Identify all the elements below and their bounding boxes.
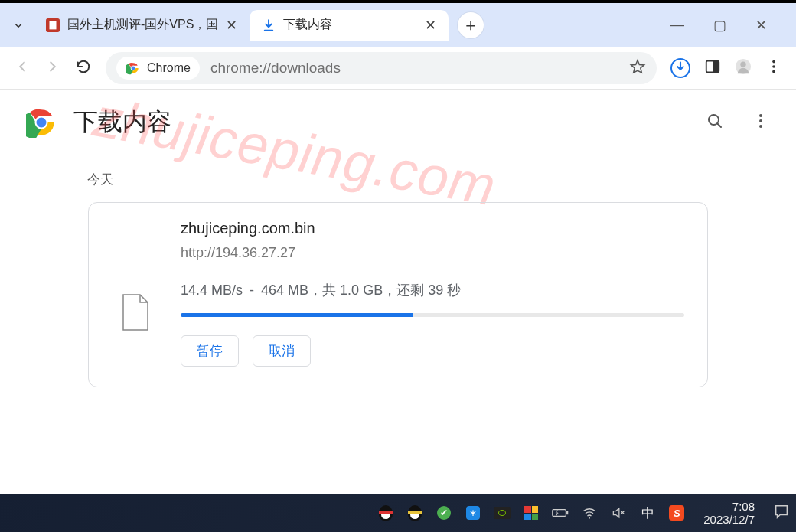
clock-time: 7:08 <box>703 500 755 513</box>
security-check-icon[interactable]: ✔ <box>436 504 452 521</box>
close-icon[interactable]: ✕ <box>425 18 436 32</box>
svg-point-17 <box>759 119 762 122</box>
svg-rect-19 <box>553 510 566 517</box>
tab-inactive[interactable]: 国外主机测评-国外VPS，国 ✕ <box>34 10 250 41</box>
download-arrow-icon <box>262 18 276 32</box>
address-bar[interactable]: Chrome chrome://downloads <box>106 52 657 84</box>
minimize-icon[interactable]: — <box>670 17 684 34</box>
svg-rect-20 <box>566 511 568 514</box>
svg-point-9 <box>772 60 775 63</box>
browser-tabstrip: 国外主机测评-国外VPS，国 ✕ 下载内容 ✕ ＋ — ▢ ✕ <box>0 3 796 47</box>
window-close-icon[interactable]: ✕ <box>755 17 767 34</box>
window-controls: — ▢ ✕ <box>670 17 788 34</box>
section-today-label: 今天 <box>87 171 796 188</box>
battery-icon[interactable] <box>552 504 569 521</box>
svg-point-11 <box>772 70 775 73</box>
downloads-toolbar-icon[interactable] <box>670 58 690 78</box>
svg-point-21 <box>589 517 590 519</box>
file-icon <box>112 258 159 367</box>
maximize-icon[interactable]: ▢ <box>713 17 726 34</box>
sogou-ime-icon[interactable]: S <box>668 504 685 521</box>
svg-rect-6 <box>713 60 719 72</box>
forward-button[interactable] <box>44 58 61 78</box>
download-source-url[interactable]: http://194.36.27.27 <box>181 245 684 261</box>
tab-favicon-red-icon <box>46 18 60 32</box>
svg-point-18 <box>759 125 762 128</box>
tab-title: 国外主机测评-国外VPS，国 <box>67 17 218 33</box>
clock-date: 2023/12/7 <box>703 513 755 526</box>
tab-active-downloads[interactable]: 下载内容 ✕ <box>250 10 449 41</box>
bluetooth-icon[interactable]: ∗ <box>465 504 481 521</box>
download-progress-bar <box>181 313 684 317</box>
address-url: chrome://downloads <box>210 60 341 77</box>
svg-rect-1 <box>50 21 57 29</box>
qq-penguin-red-icon[interactable] <box>377 504 394 521</box>
new-tab-button[interactable]: ＋ <box>458 12 484 38</box>
tab-title: 下载内容 <box>283 17 417 33</box>
svg-point-10 <box>772 65 775 68</box>
volume-mute-icon[interactable] <box>610 504 627 521</box>
page-header: 下载内容 <box>0 90 796 155</box>
download-item: zhujiceping.com.bin http://194.36.27.27 … <box>88 202 708 387</box>
download-progress-fill <box>181 313 413 317</box>
notifications-icon[interactable] <box>773 503 790 523</box>
wifi-icon[interactable] <box>581 504 598 521</box>
qq-penguin-yellow-icon[interactable] <box>406 504 423 521</box>
back-button[interactable] <box>14 58 31 78</box>
kebab-menu-icon[interactable] <box>765 58 782 78</box>
site-chip-label: Chrome <box>147 61 191 75</box>
cancel-button[interactable]: 取消 <box>253 335 311 367</box>
download-filename: zhujiceping.com.bin <box>181 220 684 237</box>
svg-point-8 <box>740 61 745 67</box>
close-icon[interactable]: ✕ <box>226 18 237 32</box>
color-pixels-icon[interactable] <box>523 504 540 521</box>
bookmark-star-icon[interactable] <box>629 58 646 78</box>
site-chip[interactable]: Chrome <box>116 57 200 80</box>
search-icon[interactable] <box>706 112 724 133</box>
nvidia-icon[interactable] <box>494 504 511 521</box>
downloads-page: zhujiceping.com 下载内容 今天 zhujiceping.com.… <box>0 90 796 494</box>
ime-language-icon[interactable]: 中 <box>639 504 656 521</box>
side-panel-icon[interactable] <box>704 58 721 78</box>
taskbar-clock[interactable]: 7:08 2023/12/7 <box>697 500 761 527</box>
pause-button[interactable]: 暂停 <box>181 335 239 367</box>
profile-avatar-icon[interactable] <box>735 58 752 78</box>
chrome-logo-icon <box>26 107 57 138</box>
svg-point-16 <box>759 114 762 117</box>
browser-toolbar: Chrome chrome://downloads <box>0 47 796 90</box>
download-status: 14.4 MB/s - 464 MB，共 1.0 GB，还剩 39 秒 <box>181 281 684 299</box>
reload-button[interactable] <box>75 58 92 78</box>
tablist-dropdown-icon[interactable] <box>11 18 26 33</box>
more-menu-icon[interactable] <box>752 112 770 133</box>
chrome-logo-icon <box>126 60 141 76</box>
page-title: 下载内容 <box>73 106 171 139</box>
windows-taskbar: ✔ ∗ 中 S 7:08 2023/12/7 <box>0 494 796 532</box>
